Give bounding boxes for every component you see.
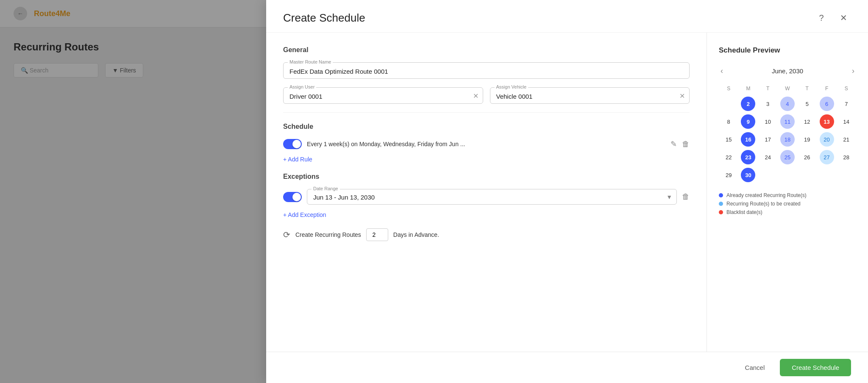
cal-cell-3-2: 24 [758,148,778,166]
cal-day-21: 21 [839,132,854,147]
created-dot [719,193,723,197]
schedule-rule-toggle[interactable] [283,139,302,149]
cal-cell-1-1: 9 [738,113,758,130]
weekday-m: M [738,84,758,95]
cal-cell-1-6: 14 [837,113,856,130]
exception-toggle-thumb [292,193,301,201]
cal-day-4: 4 [780,97,795,111]
cal-day-25: 25 [780,150,795,164]
cal-cell-3-3: 25 [778,148,797,166]
prev-month-button[interactable]: ‹ [719,65,725,77]
cal-day-16: 16 [741,132,755,147]
overlay-backdrop[interactable] [0,0,266,383]
close-button[interactable]: ✕ [836,10,851,25]
advance-days-input[interactable] [366,228,388,241]
cal-cell-3-0: 22 [719,148,738,166]
cal-week-3: 22232425262728 [719,148,856,166]
modal-overlay: Create Schedule ? ✕ General Master Route… [0,0,868,383]
cal-cell-0-4: 5 [797,95,817,113]
add-exception-button[interactable]: + Add Exception [283,211,690,218]
cal-day-11: 11 [780,114,795,129]
cal-day-30: 30 [741,168,755,182]
date-range-arrow-icon: ▼ [666,194,672,200]
advance-icon: ⟳ [283,230,290,240]
calendar-header: ‹ June, 2030 › [719,65,856,77]
advance-row: ⟳ Create Recurring Routes Days in Advanc… [283,228,690,241]
weekday-s2: S [837,84,856,95]
cal-cell-2-0: 15 [719,130,738,148]
blacklist-dot [719,210,723,214]
cal-cell-3-5: 27 [817,148,836,166]
edit-rule-icon[interactable]: ✎ [670,139,677,149]
delete-rule-icon[interactable]: 🗑 [682,140,690,149]
cal-cell-2-4: 19 [797,130,817,148]
schedule-rule-row: Every 1 week(s) on Monday, Wednesday, Fr… [283,139,690,149]
cal-cell-3-1: 23 [738,148,758,166]
assign-user-label: Assign User [288,84,316,89]
assign-row: Assign User Driver 0001 ✕ Assign Vehicle… [283,87,690,104]
cal-day-2: 2 [741,97,755,111]
master-route-label: Master Route Name [288,59,333,64]
master-route-value[interactable]: FedEx Data Optimized Route 0001 [289,67,683,75]
exception-row: Date Range Jun 13 - Jun 13, 2030 ▼ 🗑 [283,189,690,205]
legend-to-create: Recurring Route(s) to be created [719,201,856,207]
legend-created-label: Already created Recurring Route(s) [726,192,807,198]
cal-day-8: 8 [721,114,736,129]
date-range-field[interactable]: Date Range Jun 13 - Jun 13, 2030 ▼ [307,189,677,205]
exception-toggle[interactable] [283,192,302,202]
cal-cell-3-4: 26 [797,148,817,166]
cal-day-9: 9 [741,114,755,129]
cal-cell-0-5: 6 [817,95,836,113]
cal-day-5: 5 [800,97,814,111]
assign-user-clear-icon[interactable]: ✕ [473,92,479,100]
cal-day-10: 10 [761,114,775,129]
cal-day-15: 15 [721,132,736,147]
calendar-body: 0234567891011121314151617181920212223242… [719,95,856,184]
help-button[interactable]: ? [814,10,829,25]
cal-day-14: 14 [839,114,854,129]
cal-cell-4-2: 0 [758,166,778,184]
cal-cell-4-3: 0 [778,166,797,184]
cal-week-0: 0234567 [719,95,856,113]
general-section-title: General [283,46,690,54]
preview-title: Schedule Preview [719,46,856,55]
add-rule-button[interactable]: + Add Rule [283,156,690,163]
cal-day-27: 27 [820,150,834,164]
cal-cell-1-0: 8 [719,113,738,130]
preview-pane: Schedule Preview ‹ June, 2030 › S M T [707,33,868,352]
cal-cell-1-4: 12 [797,113,817,130]
create-schedule-modal: Create Schedule ? ✕ General Master Route… [266,0,868,383]
assign-user-field[interactable]: Assign User Driver 0001 ✕ [283,87,483,104]
cal-day-20: 20 [820,132,834,147]
add-rule-label: + Add Rule [283,156,312,163]
cal-day-18: 18 [780,132,795,147]
assign-vehicle-value: Vehicle 0001 [496,92,673,100]
legend-to-create-label: Recurring Route(s) to be created [726,201,801,207]
schedule-rule-text: Every 1 week(s) on Monday, Wednesday, Fr… [307,141,665,147]
cal-day-28: 28 [839,150,854,164]
next-month-button[interactable]: › [850,65,856,77]
cal-day-29: 29 [721,168,736,182]
cal-cell-1-3: 11 [778,113,797,130]
legend-blacklist: Blacklist date(s) [719,209,856,215]
form-pane: General Master Route Name FedEx Data Opt… [266,33,707,352]
cancel-button[interactable]: Cancel [737,360,773,375]
assign-vehicle-clear-icon[interactable]: ✕ [679,92,685,100]
weekday-t1: T [758,84,778,95]
assign-vehicle-field[interactable]: Assign Vehicle Vehicle 0001 ✕ [490,87,690,104]
weekday-f: F [817,84,836,95]
legend: Already created Recurring Route(s) Recur… [719,192,856,215]
modal-footer: Cancel Create Schedule [266,352,868,383]
cal-cell-0-1: 2 [738,95,758,113]
schedule-section-title: Schedule [283,123,690,130]
cal-week-4: 293000000 [719,166,856,184]
legend-blacklist-label: Blacklist date(s) [726,209,762,215]
calendar-month-year: June, 2030 [772,67,803,75]
cal-cell-4-6: 0 [837,166,856,184]
calendar-grid: S M T W T F S 02345678910111213141516171… [719,84,856,184]
cal-day-26: 26 [800,150,814,164]
delete-exception-icon[interactable]: 🗑 [682,192,690,201]
date-range-value: Jun 13 - Jun 13, 2030 [313,194,661,201]
cal-cell-0-0: 0 [719,95,738,113]
create-schedule-button[interactable]: Create Schedule [780,359,851,376]
